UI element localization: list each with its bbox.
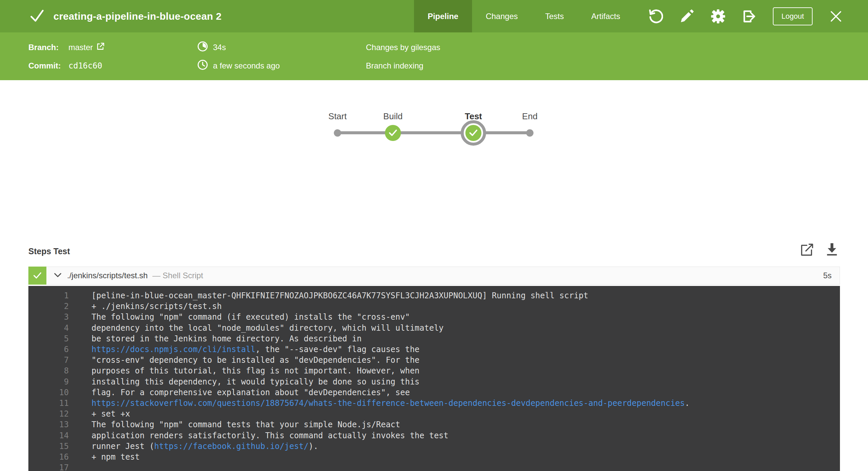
pipeline-edge-line [338,131,530,134]
tab-changes[interactable]: Changes [472,0,531,32]
log-line-text: + npm test [91,452,140,462]
stage-label-start: Start [329,111,347,122]
stage-node-build[interactable] [385,125,401,141]
log-line: 8purposes of this tutorial, this flag is… [28,365,840,376]
stage-node-start[interactable] [334,129,341,137]
stage-node-test-inner [465,125,482,141]
log-line: 7"cross-env" dependency to be installed … [28,355,840,365]
exit-icon[interactable] [741,8,757,24]
duration-value: 34s [213,43,226,52]
log-lines: 1[peline-in-blue-ocean_master-QHFKIFNIE7… [28,290,840,471]
step-name: ./jenkins/scripts/test.sh [67,271,148,280]
log-link[interactable]: https://stackoverflow.com/questions/1887… [91,399,685,408]
logout-button[interactable]: Logout [773,7,813,25]
log-line-text: installing this dependency, it would typ… [91,377,420,386]
tab-bar: PipelineChangesTestsArtifacts [414,0,634,32]
log-line-text: application renders satisfactorily. This… [91,431,448,440]
log-line: 17 [28,462,840,471]
log-line-text: runner Jest (https://facebook.github.io/… [91,442,318,451]
tab-tests[interactable]: Tests [531,0,578,32]
stage-node-end[interactable] [526,129,533,137]
run-info-band: Branch: master Commit: cd16c60 [0,32,868,80]
tab-artifacts[interactable]: Artifacts [578,0,634,32]
log-line: 3The following "npm" command (if execute… [28,312,840,322]
console-log[interactable]: 1[peline-in-blue-ocean_master-QHFKIFNIE7… [28,286,840,471]
step-duration: 5s [823,271,832,280]
log-line-number: 5 [28,333,69,344]
timing-column: 34s a few seconds ago [197,40,280,73]
log-line-number: 9 [28,377,69,387]
log-line: 10flag. For a comprehensive explanation … [28,387,840,398]
log-line-number: 16 [28,452,69,462]
commit-value: cd16c60 [68,61,102,70]
log-line-text: + ./jenkins/scripts/test.sh [91,302,222,311]
external-link-icon [96,42,105,53]
open-log-external-icon[interactable] [800,242,813,258]
log-line-number: 6 [28,344,69,355]
top-header-bar: creating-a-pipeline-in-blue-ocean 2 Pipe… [0,0,868,32]
blue-ocean-pipeline-page: creating-a-pipeline-in-blue-ocean 2 Pipe… [0,0,868,471]
chevron-down-icon[interactable] [54,272,62,279]
steps-heading: Steps Test [28,246,70,256]
log-line: 13The following "npm" command tests that… [28,419,840,430]
commit-label: Commit: [28,61,64,70]
log-line: 4dependency into the local "node_modules… [28,323,840,333]
settings-gear-icon[interactable] [710,8,726,24]
step-row-body: ./jenkins/scripts/test.sh — Shell Script… [46,267,840,284]
edit-pencil-icon[interactable] [679,8,695,24]
stage-label-build: Build [383,111,403,122]
log-line-number: 15 [28,441,69,452]
header-actions: Logout [647,7,844,25]
log-line-number: 14 [28,430,69,441]
log-line: 9installing this dependency, it would ty… [28,377,840,387]
log-actions [800,242,839,258]
tab-pipeline[interactable]: Pipeline [414,0,472,32]
cause-column: Changes by gilesgas Branch indexing [366,40,440,73]
stage-node-test-selected[interactable] [461,120,486,146]
branch-value-link[interactable]: master [68,42,105,53]
log-line-text: The following "npm" command tests that y… [91,420,400,429]
branch-label: Branch: [28,43,64,52]
stopwatch-icon [197,41,208,54]
changes-by-text: Changes by gilesgas [366,43,440,52]
log-line-number: 4 [28,323,69,333]
log-line-text: https://docs.npmjs.com/cli/install, the … [91,345,420,354]
log-line: 1[peline-in-blue-ocean_master-QHFKIFNIE7… [28,290,840,301]
log-line: 6https://docs.npmjs.com/cli/install, the… [28,344,840,355]
time-ago-value: a few seconds ago [213,61,280,70]
log-line-text: flag. For a comprehensive explanation ab… [91,388,410,397]
log-line-number: 8 [28,365,69,376]
log-line-text: purposes of this tutorial, this flag is … [91,366,420,376]
branch-commit-column: Branch: master Commit: cd16c60 [28,40,105,73]
step-status-check-icon [28,267,46,285]
replay-icon[interactable] [647,8,663,24]
download-log-icon[interactable] [825,242,839,258]
log-line-number: 12 [28,409,69,419]
log-line: 14application renders satisfactorily. Th… [28,430,840,441]
log-line-text: [peline-in-blue-ocean_master-QHFKIFNIE7F… [91,291,588,300]
close-icon[interactable] [828,8,844,24]
log-line-number: 7 [28,355,69,365]
stage-label-end: End [522,111,537,122]
log-link[interactable]: https://docs.npmjs.com/cli/install [91,345,255,354]
log-line-number: 11 [28,398,69,409]
log-line: 11https://stackoverflow.com/questions/18… [28,398,840,409]
run-cause-text: Branch indexing [366,61,423,70]
log-line: 16+ npm test [28,452,840,462]
log-link[interactable]: https://facebook.github.io/jest/ [154,442,308,451]
main-content: Start Build Test End Steps Test [0,80,868,471]
step-kind: — Shell Script [152,271,203,280]
log-line: 12+ set +x [28,409,840,419]
log-line-text: + set +x [91,409,130,418]
step-row-shell-script[interactable]: ./jenkins/scripts/test.sh — Shell Script… [28,267,840,285]
log-line-number: 17 [28,462,69,471]
log-line-text: The following "npm" command (if executed… [91,312,410,322]
log-line-number: 10 [28,387,69,398]
log-line: 5be stored in the Jenkins home directory… [28,333,840,344]
success-check-icon [29,8,45,25]
log-line: 15runner Jest (https://facebook.github.i… [28,441,840,452]
log-line-text: "cross-env" dependency to be installed a… [91,355,420,365]
log-line-text: dependency into the local "node_modules"… [91,323,444,333]
log-line-text: be stored in the Jenkins home directory.… [91,334,362,344]
log-line: 2+ ./jenkins/scripts/test.sh [28,301,840,312]
